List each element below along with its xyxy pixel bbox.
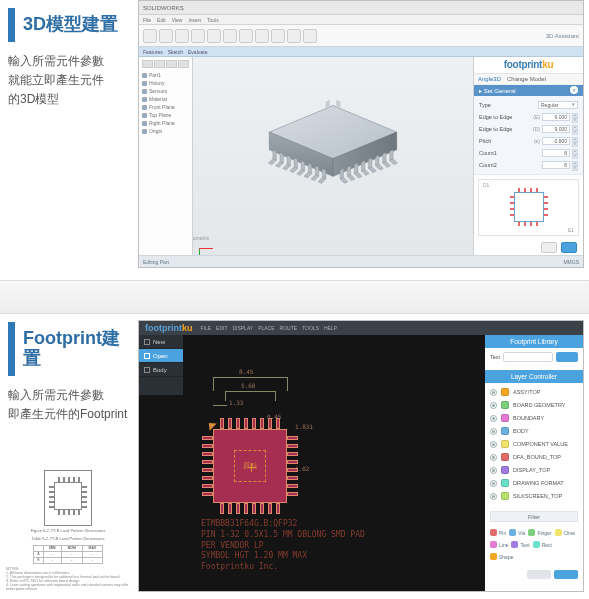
filter-item[interactable]: Finger bbox=[528, 528, 551, 537]
lib-search-input[interactable] bbox=[503, 352, 553, 362]
eda-menu-item[interactable]: ROUTE bbox=[280, 325, 298, 331]
visibility-toggle-icon[interactable] bbox=[490, 441, 497, 448]
sw-menu-item[interactable]: View bbox=[172, 17, 183, 23]
sw-tool-button[interactable] bbox=[175, 29, 189, 43]
sw-ribbon-item[interactable]: Features bbox=[143, 49, 163, 55]
param-e2e-input[interactable]: 9.000 bbox=[542, 113, 570, 121]
visibility-toggle-icon[interactable] bbox=[490, 402, 497, 409]
param-type-select[interactable]: Regular bbox=[538, 101, 578, 109]
sw-generate-button[interactable] bbox=[561, 242, 577, 253]
filter-item[interactable]: Pin bbox=[490, 528, 506, 537]
filter-clear-button[interactable] bbox=[527, 570, 551, 579]
eda-menu-item[interactable]: PLACE bbox=[258, 325, 274, 331]
layer-item[interactable]: ASSY/TOP bbox=[490, 387, 578, 397]
spin-down-icon[interactable]: ▾ bbox=[572, 130, 578, 135]
sw-tree-tab[interactable] bbox=[166, 60, 177, 68]
sw-ribbon-item[interactable]: Sketch bbox=[168, 49, 183, 55]
spin-down-icon[interactable]: ▾ bbox=[572, 166, 578, 171]
sw-side-footer bbox=[474, 240, 583, 255]
sw-tree-item[interactable]: Right Plane bbox=[142, 119, 189, 127]
sw-tree-tab[interactable] bbox=[142, 60, 153, 68]
sw-tool-button[interactable] bbox=[271, 29, 285, 43]
sw-tree-item[interactable]: Origin bbox=[142, 127, 189, 135]
layer-item[interactable]: DFA_BOUND_TOP bbox=[490, 452, 578, 462]
eda-menu-item[interactable]: TOOLS bbox=[302, 325, 319, 331]
layer-item[interactable]: SILKSCREEN_TOP bbox=[490, 491, 578, 501]
layer-item[interactable]: COMPONENT VALUE bbox=[490, 439, 578, 449]
ref-figure-caption: Figure 6-2. PCB Land Pattern Dimensions bbox=[6, 529, 130, 534]
filter-item[interactable]: Cline bbox=[555, 528, 575, 537]
sw-viewport[interactable]: *Isometric bbox=[193, 57, 473, 255]
param-count2-input[interactable]: 8 bbox=[542, 161, 570, 169]
visibility-toggle-icon[interactable] bbox=[490, 454, 497, 461]
sw-tree-item[interactable]: Part1 bbox=[142, 71, 189, 79]
sw-menu-item[interactable]: File bbox=[143, 17, 151, 23]
layer-item[interactable]: DRAWING FORMAT bbox=[490, 478, 578, 488]
footprint-pad bbox=[287, 452, 298, 456]
filter-item[interactable]: Shape bbox=[490, 552, 513, 561]
sw-tool-button[interactable] bbox=[303, 29, 317, 43]
sw-tree-item[interactable]: Front Plane bbox=[142, 103, 189, 111]
sw-menu-item[interactable]: Tools bbox=[207, 17, 219, 23]
layer-swatch-icon bbox=[501, 427, 509, 435]
layer-item[interactable]: BOUNDARY bbox=[490, 413, 578, 423]
sw-tree-item[interactable]: Material bbox=[142, 95, 189, 103]
visibility-toggle-icon[interactable] bbox=[490, 493, 497, 500]
sw-tree-item[interactable]: Sensors bbox=[142, 87, 189, 95]
eda-menu-item[interactable]: FILE bbox=[201, 325, 212, 331]
layer-swatch-icon bbox=[501, 440, 509, 448]
filter-item[interactable]: Text bbox=[511, 540, 529, 549]
visibility-toggle-icon[interactable] bbox=[490, 467, 497, 474]
layer-item[interactable]: BOARD GEOMETRY bbox=[490, 400, 578, 410]
sw-tool-button[interactable] bbox=[159, 29, 173, 43]
sw-tab-3d-assistant[interactable]: 3D Assistant bbox=[546, 33, 579, 39]
side-tab-angle3d[interactable]: Angle3D bbox=[478, 76, 501, 82]
param-e2ed-input[interactable]: 9.000 bbox=[542, 125, 570, 133]
close-icon[interactable]: × bbox=[570, 86, 578, 94]
sw-ribbon-item[interactable]: Evaluate bbox=[188, 49, 207, 55]
sw-tool-button[interactable] bbox=[191, 29, 205, 43]
eda-viewport[interactable]: 8.45 5.60 1.33 0.45 1.831 1.02 原點 ETMBBB… bbox=[139, 335, 485, 591]
sw-menu-item[interactable]: Edit bbox=[157, 17, 166, 23]
layer-item[interactable]: DISPLAY_TOP bbox=[490, 465, 578, 475]
filter-name: Via bbox=[518, 530, 525, 536]
filter-item[interactable]: Line bbox=[490, 540, 508, 549]
sw-tool-button[interactable] bbox=[255, 29, 269, 43]
filter-item[interactable]: Via bbox=[509, 528, 525, 537]
visibility-toggle-icon[interactable] bbox=[490, 428, 497, 435]
eda-menu-item[interactable]: EDIT bbox=[216, 325, 227, 331]
sw-tool-button[interactable] bbox=[287, 29, 301, 43]
param-pitch-input[interactable]: 0.800 bbox=[542, 137, 570, 145]
spin-down-icon[interactable]: ▾ bbox=[572, 154, 578, 159]
sw-tree-item[interactable]: History bbox=[142, 79, 189, 87]
lib-search-button[interactable] bbox=[556, 352, 578, 362]
sw-tool-button[interactable] bbox=[223, 29, 237, 43]
sw-tool-button[interactable] bbox=[143, 29, 157, 43]
eda-menu-item[interactable]: DISPLAY bbox=[232, 325, 253, 331]
section1-desc-line3: 的3D模型 bbox=[8, 90, 132, 109]
ref-land-pattern-drawing bbox=[44, 470, 92, 526]
filter-apply-button[interactable] bbox=[554, 570, 578, 579]
sw-tree-item[interactable]: Top Plane bbox=[142, 111, 189, 119]
sw-tool-button[interactable] bbox=[239, 29, 253, 43]
visibility-toggle-icon[interactable] bbox=[490, 415, 497, 422]
sw-tree-tab[interactable] bbox=[178, 60, 189, 68]
spin-down-icon[interactable]: ▾ bbox=[572, 118, 578, 123]
sw-feature-tree[interactable]: Part1 History Sensors Material Front Pla… bbox=[139, 57, 193, 255]
eda-library-header: Footprint Library bbox=[485, 335, 583, 348]
sw-reset-button[interactable] bbox=[541, 242, 557, 253]
spin-down-icon[interactable]: ▾ bbox=[572, 142, 578, 147]
eda-layer-header: Layer Controller bbox=[485, 370, 583, 383]
eda-menu-item[interactable]: HELP bbox=[324, 325, 337, 331]
visibility-toggle-icon[interactable] bbox=[490, 480, 497, 487]
side-tab-change-model[interactable]: Change Model bbox=[507, 76, 546, 82]
visibility-toggle-icon[interactable] bbox=[490, 389, 497, 396]
sw-tool-button[interactable] bbox=[207, 29, 221, 43]
footprint-pad bbox=[287, 492, 298, 496]
param-count1-input[interactable]: 8 bbox=[542, 149, 570, 157]
sw-menu-item[interactable]: Insert bbox=[188, 17, 201, 23]
section-divider bbox=[0, 280, 589, 314]
sw-tree-tab[interactable] bbox=[154, 60, 165, 68]
layer-item[interactable]: BODY bbox=[490, 426, 578, 436]
filter-item[interactable]: Rect bbox=[533, 540, 552, 549]
